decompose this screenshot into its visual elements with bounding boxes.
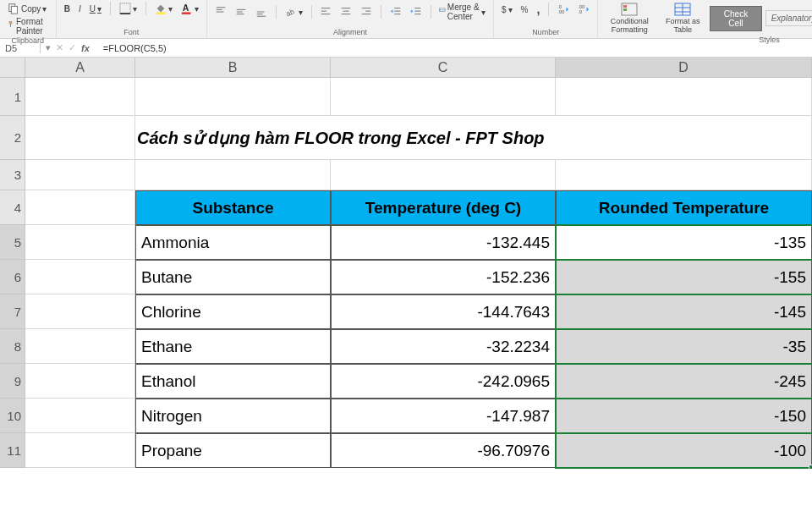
cell-b9[interactable]: Ethanol xyxy=(135,364,331,399)
percent-format-button[interactable]: % xyxy=(518,4,531,15)
cell-b3[interactable] xyxy=(135,160,331,190)
copy-button[interactable]: Copy ▾ xyxy=(5,2,51,15)
cell-a2[interactable] xyxy=(25,116,135,160)
comma-format-button[interactable]: , xyxy=(534,2,542,17)
cell-a9[interactable] xyxy=(25,364,135,399)
dropdown-icon[interactable]: ▾ xyxy=(46,42,51,53)
align-top-button[interactable] xyxy=(212,5,229,19)
cell-b8[interactable]: Ethane xyxy=(135,329,331,364)
cell-a5[interactable] xyxy=(25,225,135,260)
row-header-7[interactable]: 7 xyxy=(0,294,25,329)
align-right-icon xyxy=(360,6,372,18)
align-middle-button[interactable] xyxy=(233,5,250,19)
conditional-formatting-button[interactable]: Conditional Formatting xyxy=(603,2,656,36)
enter-icon[interactable]: ✓ xyxy=(69,42,76,53)
cell-d3[interactable] xyxy=(556,160,812,190)
cell-a4[interactable] xyxy=(25,190,135,225)
separator xyxy=(431,5,431,19)
row-header-3[interactable]: 3 xyxy=(0,160,25,190)
merge-center-button[interactable]: Merge & Center ▾ xyxy=(436,2,488,22)
style-check-cell[interactable]: Check Cell xyxy=(710,6,761,31)
cell-a10[interactable] xyxy=(25,399,135,433)
row-header-1[interactable]: 1 xyxy=(0,78,25,116)
cell-d8[interactable]: -35 xyxy=(556,329,812,364)
column-header-a[interactable]: A xyxy=(25,58,135,78)
align-right-button[interactable] xyxy=(358,5,375,19)
decrease-indent-button[interactable] xyxy=(387,5,404,19)
title-cell[interactable]: Cách sử dụng hàm FLOOR trong Excel - FPT… xyxy=(135,116,812,160)
cell-b11[interactable]: Propane xyxy=(135,433,331,468)
border-button[interactable]: ▾ xyxy=(117,2,140,15)
format-as-table-button[interactable]: Format as Table xyxy=(659,2,706,36)
cell-c5[interactable]: -132.445 xyxy=(331,225,556,260)
cell-c9[interactable]: -242.0965 xyxy=(331,364,556,399)
cell-b10[interactable]: Nitrogen xyxy=(135,399,331,433)
cell-c8[interactable]: -32.2234 xyxy=(331,329,556,364)
cell-d6[interactable]: -155 xyxy=(556,260,812,294)
cell-b7[interactable]: Chlorine xyxy=(135,294,331,329)
cell-a3[interactable] xyxy=(25,160,135,190)
row-header-8[interactable]: 8 xyxy=(0,329,25,364)
header-rounded[interactable]: Rounded Temperature xyxy=(556,190,812,225)
column-header-b[interactable]: B xyxy=(135,58,331,78)
cancel-icon[interactable]: ✕ xyxy=(56,42,63,53)
cell-c1[interactable] xyxy=(331,78,556,116)
accounting-format-button[interactable]: $ ▾ xyxy=(499,4,515,15)
cell-c7[interactable]: -144.7643 xyxy=(331,294,556,329)
header-substance[interactable]: Substance xyxy=(135,190,331,225)
cell-a7[interactable] xyxy=(25,294,135,329)
cell-a8[interactable] xyxy=(25,329,135,364)
orientation-button[interactable]: ab▾ xyxy=(283,5,305,19)
ribbon: Copy ▾ Format Painter Clipboard B I U ▾ … xyxy=(0,0,812,39)
row-header-9[interactable]: 9 xyxy=(0,364,25,399)
cell-d10[interactable]: -150 xyxy=(556,399,812,433)
bold-button[interactable]: B xyxy=(62,3,73,14)
cell-c3[interactable] xyxy=(331,160,556,190)
increase-decimal-button[interactable]: .0.00 xyxy=(555,3,572,16)
align-bottom-button[interactable] xyxy=(253,5,270,19)
cell-b5[interactable]: Ammonia xyxy=(135,225,331,260)
cell-a11[interactable] xyxy=(25,433,135,468)
dropdown-icon: ▾ xyxy=(42,4,47,14)
cell-a1[interactable] xyxy=(25,78,135,116)
row-header-2[interactable]: 2 xyxy=(0,116,25,160)
cell-d5[interactable]: -135 xyxy=(556,225,812,260)
select-all-corner[interactable] xyxy=(0,58,25,78)
align-left-button[interactable] xyxy=(317,5,334,19)
cell-a6[interactable] xyxy=(25,260,135,294)
fill-color-button[interactable]: ▾ xyxy=(152,2,175,15)
fx-label[interactable]: fx xyxy=(81,43,93,53)
cell-b1[interactable] xyxy=(135,78,331,116)
cell-b6[interactable]: Butane xyxy=(135,260,331,294)
cell-c6[interactable]: -152.236 xyxy=(331,260,556,294)
formula-input[interactable]: =FLOOR(C5,5) xyxy=(98,43,812,53)
name-box[interactable]: D5 xyxy=(0,43,41,53)
style-explanatory[interactable]: Explanatory... xyxy=(765,10,812,26)
increase-indent-button[interactable] xyxy=(408,5,425,19)
ribbon-group-font: B I U ▾ ▾ ▾ A▾ Font xyxy=(57,0,207,38)
spreadsheet-grid[interactable]: A B C D 1 2 Cách sử dụng hàm FLOOR trong… xyxy=(0,58,812,468)
align-center-button[interactable] xyxy=(337,5,354,19)
underline-button[interactable]: U ▾ xyxy=(87,3,104,14)
cell-c10[interactable]: -147.987 xyxy=(331,399,556,433)
row-header-5[interactable]: 5 xyxy=(0,225,25,260)
cell-d1[interactable] xyxy=(556,78,812,116)
cell-d9[interactable]: -245 xyxy=(556,364,812,399)
row-header-10[interactable]: 10 xyxy=(0,399,25,433)
column-header-c[interactable]: C xyxy=(331,58,556,78)
cell-c11[interactable]: -96.70976 xyxy=(331,433,556,468)
font-color-button[interactable]: A▾ xyxy=(178,2,201,15)
row-header-4[interactable]: 4 xyxy=(0,190,25,225)
row-header-6[interactable]: 6 xyxy=(0,260,25,294)
cell-d7[interactable]: -145 xyxy=(556,294,812,329)
cell-d11[interactable]: -100 xyxy=(556,433,812,468)
fill-handle[interactable] xyxy=(809,465,812,470)
outdent-icon xyxy=(390,6,402,18)
row-header-11[interactable]: 11 xyxy=(0,433,25,468)
decrease-decimal-button[interactable]: .00.0 xyxy=(575,3,592,16)
italic-button[interactable]: I xyxy=(76,3,84,14)
header-temperature[interactable]: Temperature (deg C) xyxy=(331,190,556,225)
column-header-d[interactable]: D xyxy=(556,58,812,78)
bucket-icon xyxy=(155,3,167,14)
format-painter-button[interactable]: Format Painter xyxy=(5,16,51,36)
